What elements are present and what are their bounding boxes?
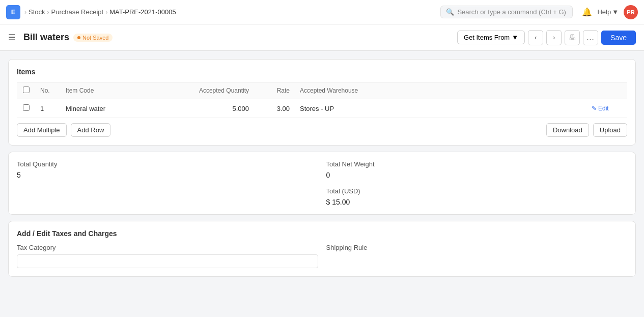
- not-saved-badge: Not Saved: [73, 34, 113, 42]
- total-usd-value: $ 15.00: [326, 198, 628, 206]
- prev-button[interactable]: ‹: [528, 30, 543, 45]
- total-quantity-value: 5: [17, 171, 318, 179]
- header-rate: Rate: [254, 82, 295, 99]
- chevron-icon-3: ›: [105, 9, 107, 16]
- row-rate: 3.00: [254, 99, 295, 118]
- chevron-icon-2: ›: [47, 9, 49, 16]
- header-no: No.: [35, 82, 61, 99]
- search-bar[interactable]: 🔍 Search or type a command (Ctrl + G): [440, 6, 573, 18]
- edit-icon: ✎: [592, 105, 597, 112]
- table-footer-right: Download Upload: [546, 123, 627, 137]
- chevron-down-icon: ▼: [612, 8, 619, 16]
- app-icon[interactable]: E: [6, 5, 20, 19]
- breadcrumb-purchase-receipt[interactable]: Purchase Receipt: [51, 8, 104, 16]
- tax-category-input[interactable]: [17, 254, 318, 268]
- totals-grid: Total Quantity 5 Total Net Weight 0 Tota…: [17, 160, 627, 206]
- shipping-rule-section: Shipping Rule: [326, 244, 628, 268]
- add-multiple-button[interactable]: Add Multiple: [17, 123, 67, 137]
- items-section-title: Items: [17, 68, 627, 76]
- row-accepted-qty: 5.000: [173, 99, 254, 118]
- total-usd-label: Total (USD): [326, 187, 628, 195]
- select-all-checkbox[interactable]: [23, 87, 30, 93]
- user-avatar[interactable]: PR: [624, 5, 638, 19]
- taxes-section-title: Add / Edit Taxes and Charges: [17, 229, 627, 238]
- add-row-button[interactable]: Add Row: [71, 123, 111, 137]
- tax-category-section: Tax Category: [17, 244, 318, 268]
- table-footer-left: Add Multiple Add Row: [17, 123, 110, 137]
- next-button[interactable]: ›: [546, 30, 562, 45]
- taxes-grid: Tax Category Shipping Rule: [17, 244, 627, 268]
- items-table: No. Item Code Accepted Quantity Rate Acc…: [17, 82, 627, 118]
- row-item-code[interactable]: Mineral water: [61, 99, 173, 118]
- toolbar-actions: Get Items From ▼ ‹ › 🖶 … Save: [457, 30, 636, 45]
- document-title: Bill waters: [23, 32, 69, 43]
- search-placeholder: Search or type a command (Ctrl + G): [457, 8, 566, 16]
- header-actions: [586, 82, 627, 99]
- shipping-rule-label: Shipping Rule: [326, 244, 628, 251]
- help-menu[interactable]: Help ▼: [597, 8, 619, 16]
- total-quantity-section: Total Quantity 5: [17, 160, 318, 206]
- breadcrumb-stock[interactable]: Stock: [29, 8, 45, 16]
- breadcrumb: › Stock › Purchase Receipt › MAT-PRE-202…: [24, 8, 176, 16]
- total-right-section: Total Net Weight 0 Total (USD) $ 15.00: [326, 160, 628, 206]
- row-checkbox[interactable]: [23, 104, 30, 111]
- header-accepted-qty: Accepted Quantity: [173, 82, 254, 99]
- nav-right: 🔔 Help ▼ PR: [582, 5, 638, 19]
- row-actions: ✎ Edit: [586, 99, 627, 118]
- notification-bell-icon[interactable]: 🔔: [582, 7, 592, 17]
- main-content: Items No. Item Code Accepted Quantity Ra…: [0, 51, 644, 285]
- header-item-code: Item Code: [61, 82, 173, 99]
- tax-category-label: Tax Category: [17, 244, 318, 251]
- upload-button[interactable]: Upload: [593, 123, 627, 137]
- print-button[interactable]: 🖶: [565, 30, 580, 45]
- total-net-weight-label: Total Net Weight: [326, 160, 628, 168]
- row-warehouse: Stores - UP: [295, 99, 586, 118]
- get-items-button[interactable]: Get Items From ▼: [457, 31, 525, 44]
- not-saved-label: Not Saved: [82, 35, 108, 41]
- top-navigation: E › Stock › Purchase Receipt › MAT-PRE-2…: [0, 0, 644, 24]
- more-options-button[interactable]: …: [583, 30, 598, 45]
- totals-card: Total Quantity 5 Total Net Weight 0 Tota…: [8, 152, 636, 215]
- header-checkbox-col: [17, 82, 35, 99]
- not-saved-dot: [77, 36, 80, 39]
- table-footer: Add Multiple Add Row Download Upload: [17, 123, 627, 137]
- header-warehouse: Accepted Warehouse: [295, 82, 586, 99]
- taxes-card: Add / Edit Taxes and Charges Tax Categor…: [8, 221, 636, 277]
- row-number: 1: [35, 99, 61, 118]
- chevron-icon: ›: [24, 9, 26, 16]
- breadcrumb-current: MAT-PRE-2021-00005: [109, 8, 176, 16]
- total-net-weight-value: 0: [326, 171, 628, 179]
- download-button[interactable]: Download: [546, 123, 589, 137]
- edit-row-button[interactable]: ✎ Edit: [592, 105, 609, 112]
- row-checkbox-cell: [17, 99, 35, 118]
- items-card: Items No. Item Code Accepted Quantity Ra…: [8, 59, 636, 146]
- search-icon: 🔍: [446, 8, 454, 16]
- chevron-down-icon: ▼: [512, 34, 518, 41]
- total-quantity-label: Total Quantity: [17, 160, 318, 168]
- menu-icon[interactable]: ☰: [8, 33, 15, 42]
- table-row: 1 Mineral water 5.000 3.00 Stores - UP ✎…: [17, 99, 627, 118]
- toolbar: ☰ Bill waters Not Saved Get Items From ▼…: [0, 24, 644, 51]
- save-button[interactable]: Save: [601, 31, 636, 45]
